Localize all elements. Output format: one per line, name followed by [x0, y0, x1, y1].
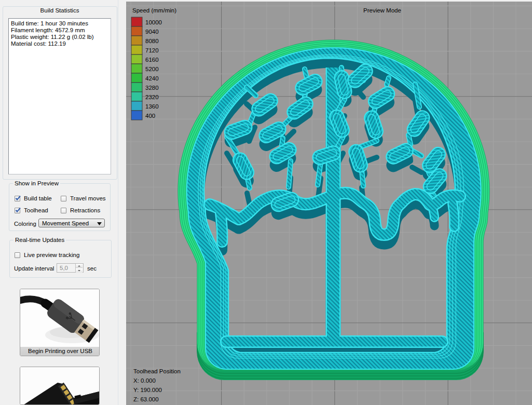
svg-text:9040: 9040 — [145, 29, 159, 35]
svg-text:6160: 6160 — [145, 57, 159, 63]
svg-text:Toolhead Position: Toolhead Position — [133, 368, 181, 374]
svg-text:X: 0.000: X: 0.000 — [133, 377, 156, 384]
svg-text:400: 400 — [145, 113, 155, 119]
svg-text:7120: 7120 — [145, 47, 159, 53]
svg-text:Z: 63.000: Z: 63.000 — [133, 396, 159, 402]
svg-text:3280: 3280 — [145, 85, 159, 91]
svg-text:Preview Mode: Preview Mode — [363, 7, 401, 14]
svg-text:5200: 5200 — [145, 66, 159, 72]
svg-text:2320: 2320 — [145, 94, 159, 100]
svg-text:Speed (mm/min): Speed (mm/min) — [132, 7, 176, 14]
svg-text:1360: 1360 — [145, 103, 159, 110]
svg-text:8080: 8080 — [145, 38, 159, 44]
svg-text:10000: 10000 — [145, 19, 162, 25]
svg-text:Y: 190.000: Y: 190.000 — [133, 387, 162, 393]
svg-text:4240: 4240 — [145, 75, 159, 82]
